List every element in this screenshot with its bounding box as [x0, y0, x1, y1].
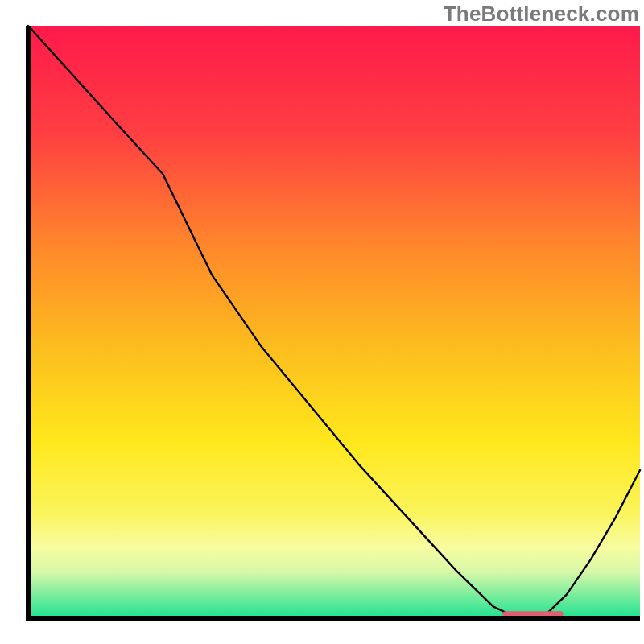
plot-gradient-background — [28, 26, 640, 618]
bottleneck-chart — [0, 0, 644, 644]
watermark-text: TheBottleneck.com — [444, 2, 639, 27]
